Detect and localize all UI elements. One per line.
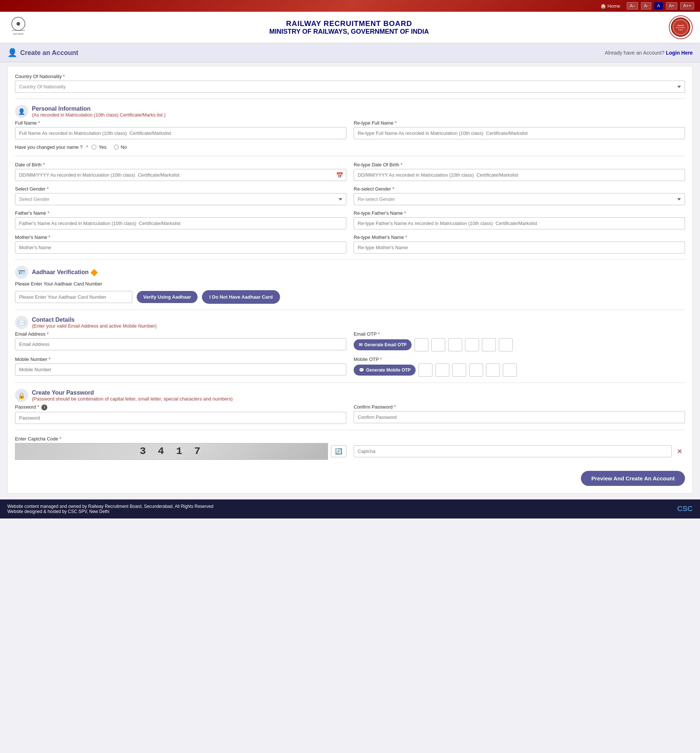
email-otp-box-5[interactable] <box>482 338 496 352</box>
email-otp-group: Email OTP * ✉ Generate Email OTP <box>354 331 685 352</box>
personal-info-header: 👤 Personal Information (As recorded in M… <box>15 105 685 118</box>
country-section: Country Of Nationality * Country Of Nati… <box>15 73 685 93</box>
login-here-link[interactable]: Login Here <box>666 50 693 56</box>
generate-mobile-otp-btn[interactable]: 💬 Generate Mobile OTP <box>354 365 416 376</box>
font-normal-btn[interactable]: A <box>654 2 663 9</box>
email-otp-box-4[interactable] <box>465 338 479 352</box>
confirm-password-input[interactable] <box>354 411 685 423</box>
email-group: Email Address * <box>15 331 346 352</box>
email-label: Email Address * <box>15 331 346 337</box>
generate-email-otp-btn[interactable]: ✉ Generate Email OTP <box>354 339 412 350</box>
email-otp-icon: ✉ <box>359 342 362 347</box>
retype-mothers-input[interactable] <box>354 242 685 253</box>
radio-yes-input[interactable] <box>92 145 96 150</box>
email-otp-box-6[interactable] <box>499 338 513 352</box>
already-text: Already have an Account? <box>605 50 664 56</box>
radio-yes-text: Yes <box>98 144 106 150</box>
mobile-input[interactable] <box>15 364 346 376</box>
password-input[interactable] <box>15 412 346 424</box>
radio-yes-label[interactable]: Yes <box>92 144 106 150</box>
fathers-name-row: Father's Name * Re-type Father's Name * <box>15 210 685 230</box>
email-otp-box-2[interactable] <box>431 338 445 352</box>
page-title-label: Create an Account <box>20 49 78 57</box>
captcha-widget: 3 4 1 7 🔄 <box>15 443 346 460</box>
mobile-otp-box-2[interactable] <box>435 364 449 376</box>
aadhaar-icon: 🪪 <box>15 266 28 279</box>
premium-diamond-icon <box>91 269 98 276</box>
divider-3 <box>15 259 685 260</box>
email-input[interactable] <box>15 338 346 350</box>
mobile-otp-box-5[interactable] <box>486 364 500 376</box>
ashoka-emblem-left: भारत सरकार <box>7 17 29 39</box>
no-aadhaar-btn[interactable]: I Do Not Have Aadhaar Card <box>202 290 280 304</box>
captcha-refresh-btn[interactable]: 🔄 <box>331 445 346 457</box>
radio-no-input[interactable] <box>114 145 119 150</box>
retype-dob-input[interactable] <box>354 169 685 181</box>
reselect-gender-group: Re-select Gender * Re-select Gender <box>354 186 685 205</box>
changed-name-radio-group: Yes No <box>92 144 127 150</box>
captcha-input-wrapper: ✕ <box>354 445 685 457</box>
password-group: Password * i <box>15 404 346 424</box>
mothers-name-row: Mother's Name * Re-type Mother's Name * <box>15 234 685 253</box>
preview-create-btn[interactable]: Preview And Create An Account <box>581 471 685 486</box>
fathers-name-label: Father's Name * <box>15 210 346 216</box>
mothers-name-label: Mother's Name * <box>15 234 346 240</box>
mobile-otp-icon: 💬 <box>359 367 364 373</box>
captcha-image-wrapper: 3 4 1 7 🔄 <box>15 443 346 460</box>
captcha-group: Enter Captcha Code * 3 4 1 7 🔄 ✕ <box>15 436 685 465</box>
country-label: Country Of Nationality * <box>15 73 685 79</box>
aadhaar-input[interactable] <box>15 291 132 303</box>
email-otp-box-3[interactable] <box>448 338 462 352</box>
home-icon: 🏠 <box>600 3 606 9</box>
confirm-password-group: Confirm Password * <box>354 404 685 424</box>
retype-full-name-group: Re-type Full Name * <box>354 120 685 139</box>
captcha-row: 3 4 1 7 🔄 ✕ <box>15 443 685 460</box>
verify-aadhaar-btn[interactable]: Verify Using Aadhaar <box>137 291 198 303</box>
home-label: Home <box>608 3 620 9</box>
radio-no-label[interactable]: No <box>114 144 127 150</box>
font-decrease2-btn[interactable]: A– <box>627 2 638 9</box>
gender-label: Select Gender * <box>15 186 346 192</box>
country-select[interactable]: Country Of Nationality <box>15 81 685 93</box>
mothers-name-input[interactable] <box>15 242 346 253</box>
footer-line2: Website designed & hosted by CSC SPV, Ne… <box>7 509 213 514</box>
mobile-otp-group: Mobile OTP * 💬 Generate Mobile OTP <box>354 356 685 376</box>
dob-input[interactable] <box>15 169 346 181</box>
mobile-otp-section: 💬 Generate Mobile OTP <box>354 364 685 376</box>
confirm-password-label: Confirm Password * <box>354 404 685 410</box>
divider-1 <box>15 98 685 99</box>
retype-fathers-input[interactable] <box>354 217 685 230</box>
full-name-row: Full Name * Re-type Full Name * <box>15 120 685 139</box>
password-info-icon[interactable]: i <box>41 405 47 410</box>
aadhaar-input-label-group: Please Enter Your Aadhaar Card Number <box>15 281 685 287</box>
gender-select[interactable]: Select Gender <box>15 193 346 205</box>
email-otp-box-1[interactable] <box>414 338 428 352</box>
captcha-clear-btn[interactable]: ✕ <box>674 446 685 457</box>
page-title-bar: 👤 Create an Account Already have an Acco… <box>0 44 700 62</box>
reselect-gender-label: Re-select Gender * <box>354 186 685 192</box>
password-icon: 🔒 <box>15 389 28 402</box>
font-decrease1-btn[interactable]: A- <box>641 2 651 9</box>
personal-info-title-block: Personal Information (As recorded in Mat… <box>32 106 166 118</box>
password-row: Password * i Confirm Password * <box>15 404 685 424</box>
full-name-input[interactable] <box>15 127 346 139</box>
fathers-name-input[interactable] <box>15 217 346 230</box>
rrb-emblem: RAILWAY RECRUITMENT BOARD <box>669 16 693 39</box>
changed-name-label-row: Have you changed your name ? * Yes No <box>15 144 685 150</box>
mobile-otp-box-6[interactable] <box>503 364 517 376</box>
mobile-otp-box-4[interactable] <box>469 364 483 376</box>
retype-full-name-input[interactable] <box>354 127 685 139</box>
svg-text:RECRUITMENT: RECRUITMENT <box>676 27 685 28</box>
mobile-otp-box-1[interactable] <box>419 364 433 376</box>
reselect-gender-select[interactable]: Re-select Gender <box>354 193 685 205</box>
person-add-icon: 👤 <box>7 48 17 58</box>
captcha-input[interactable] <box>354 445 672 457</box>
home-link[interactable]: 🏠 Home <box>600 3 620 9</box>
font-increase2-btn[interactable]: A++ <box>680 2 694 9</box>
full-name-label: Full Name * <box>15 120 346 126</box>
personal-info-subtitle: (As recorded in Matriculation (10th clas… <box>32 112 166 118</box>
preview-btn-row: Preview And Create An Account <box>15 471 685 486</box>
retype-full-name-label: Re-type Full Name * <box>354 120 685 126</box>
mobile-otp-box-3[interactable] <box>452 364 466 376</box>
font-increase1-btn[interactable]: A+ <box>666 2 677 9</box>
